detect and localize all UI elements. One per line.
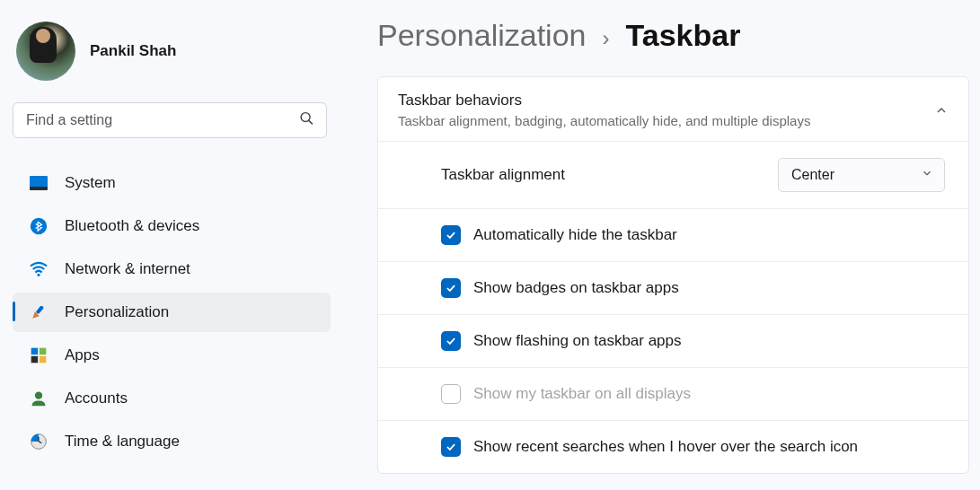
svg-rect-3: [30, 187, 48, 190]
option-label: Show my taskbar on all displays: [473, 385, 691, 403]
option-label: Automatically hide the taskbar: [473, 226, 677, 244]
svg-rect-7: [31, 348, 39, 355]
main-content: Personalization › Taskbar Taskbar behavi…: [341, 0, 980, 490]
option-row-flashing: Show flashing on taskbar apps: [378, 314, 968, 367]
svg-point-5: [37, 274, 40, 276]
option-label: Show flashing on taskbar apps: [473, 332, 682, 350]
check-icon: [445, 335, 457, 347]
accounts-icon: [29, 389, 49, 408]
nav-item-personalization[interactable]: Personalization: [13, 293, 331, 332]
card-header[interactable]: Taskbar behaviors Taskbar alignment, bad…: [378, 77, 968, 141]
check-icon: [445, 441, 457, 453]
nav-item-system[interactable]: System: [13, 163, 331, 203]
svg-rect-8: [40, 348, 47, 355]
nav-label: Time & language: [65, 433, 180, 451]
nav-label: Network & internet: [65, 260, 190, 278]
sidebar: Pankil Shah System Bluetooth & devices N…: [0, 0, 341, 490]
option-label: Show badges on taskbar apps: [473, 279, 679, 297]
search-wrapper: [13, 102, 327, 138]
nav-label: Accounts: [65, 389, 128, 407]
checkbox-badges[interactable]: [441, 278, 461, 298]
user-name: Pankil Shah: [90, 42, 176, 60]
svg-rect-10: [40, 356, 47, 363]
nav-item-apps[interactable]: Apps: [13, 336, 331, 375]
nav-label: Bluetooth & devices: [65, 217, 199, 235]
chevron-down-icon: [921, 167, 933, 183]
checkbox-recentsearches[interactable]: [441, 437, 461, 457]
nav-item-time[interactable]: Time & language: [13, 422, 331, 461]
option-row-alldisplays: Show my taskbar on all displays: [378, 367, 968, 420]
check-icon: [445, 229, 457, 241]
taskbar-behaviors-card: Taskbar behaviors Taskbar alignment, bad…: [377, 76, 969, 474]
alignment-label: Taskbar alignment: [441, 166, 565, 184]
apps-icon: [29, 346, 49, 365]
breadcrumb: Personalization › Taskbar: [377, 18, 969, 53]
checkbox-autohide[interactable]: [441, 225, 461, 245]
card-header-text: Taskbar behaviors Taskbar alignment, bad…: [398, 92, 810, 128]
alignment-row: Taskbar alignment Center: [378, 141, 968, 208]
option-row-badges: Show badges on taskbar apps: [378, 261, 968, 314]
system-icon: [29, 173, 49, 193]
nav-item-bluetooth[interactable]: Bluetooth & devices: [13, 206, 331, 246]
svg-rect-6: [36, 305, 45, 314]
card-description: Taskbar alignment, badging, automaticall…: [398, 113, 810, 128]
checkbox-flashing[interactable]: [441, 331, 461, 351]
card-title: Taskbar behaviors: [398, 92, 810, 109]
svg-rect-9: [31, 356, 39, 363]
bluetooth-icon: [29, 216, 49, 236]
user-profile[interactable]: Pankil Shah: [11, 16, 332, 102]
alignment-select[interactable]: Center: [778, 158, 945, 192]
svg-rect-2: [30, 176, 48, 188]
nav-label: Apps: [65, 346, 100, 364]
nav-label: System: [65, 174, 116, 192]
chevron-right-icon: ›: [602, 26, 609, 51]
nav-label: Personalization: [65, 303, 169, 321]
wifi-icon: [29, 259, 49, 279]
option-row-autohide: Automatically hide the taskbar: [378, 208, 968, 261]
time-icon: [29, 432, 49, 451]
option-label: Show recent searches when I hover over t…: [473, 438, 858, 456]
breadcrumb-parent[interactable]: Personalization: [377, 18, 586, 53]
avatar: [16, 22, 75, 81]
nav-list: System Bluetooth & devices Network & int…: [11, 163, 332, 461]
nav-item-network[interactable]: Network & internet: [13, 249, 331, 289]
check-icon: [445, 282, 457, 294]
checkbox-alldisplays: [441, 384, 461, 404]
nav-item-accounts[interactable]: Accounts: [13, 379, 331, 418]
alignment-value: Center: [791, 167, 834, 183]
chevron-up-icon: [934, 103, 949, 118]
page-title: Taskbar: [625, 18, 740, 53]
search-input[interactable]: [13, 102, 327, 138]
option-row-recentsearches: Show recent searches when I hover over t…: [378, 420, 968, 473]
personalization-icon: [29, 302, 49, 322]
svg-point-11: [35, 392, 42, 399]
